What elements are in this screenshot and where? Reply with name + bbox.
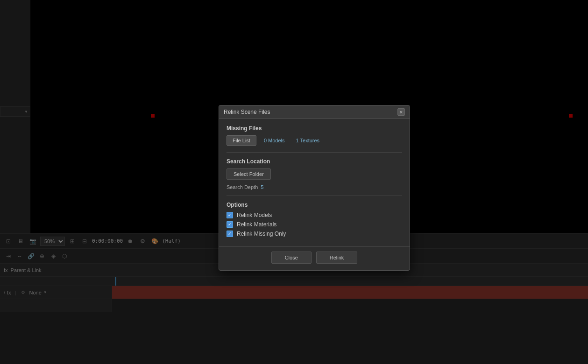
relink-models-label: Relink Models	[237, 212, 272, 218]
relink-models-row: ✓ Relink Models	[227, 212, 402, 218]
dialog-titlebar: Relink Scene Files ×	[219, 105, 410, 119]
close-button[interactable]: Close	[271, 252, 312, 264]
dialog-close-button[interactable]: ×	[397, 108, 405, 116]
select-folder-button[interactable]: Select Folder	[227, 168, 271, 180]
textures-count: 1 Textures	[292, 136, 324, 145]
file-tabs-row: File List 0 Models 1 Textures	[227, 135, 402, 146]
relink-dialog: Relink Scene Files × Missing Files File …	[219, 105, 410, 271]
missing-files-heading: Missing Files	[227, 125, 402, 132]
relink-materials-row: ✓ Relink Materials	[227, 221, 402, 228]
divider-2	[227, 196, 402, 196]
search-depth-label: Search Depth	[227, 184, 258, 190]
dialog-footer: Close Relink	[219, 246, 410, 270]
options-heading: Options	[227, 202, 402, 208]
relink-missing-only-row: ✓ Relink Missing Only	[227, 231, 402, 237]
relink-missing-only-label: Relink Missing Only	[237, 231, 286, 237]
models-count: 0 Models	[260, 136, 289, 145]
check-icon: ✓	[228, 213, 232, 217]
check-icon-2: ✓	[228, 223, 232, 227]
relink-missing-checkbox[interactable]: ✓	[227, 231, 233, 237]
dialog-title: Relink Scene Files	[224, 109, 270, 115]
relink-models-checkbox[interactable]: ✓	[227, 212, 233, 218]
relink-materials-label: Relink Materials	[237, 221, 276, 228]
divider-1	[227, 152, 402, 153]
check-icon-3: ✓	[228, 232, 232, 236]
search-location-heading: Search Location	[227, 158, 402, 165]
search-depth-value: 5	[261, 184, 263, 190]
relink-button[interactable]: Relink	[316, 252, 358, 264]
search-depth-row: Search Depth 5	[227, 184, 402, 190]
dialog-body: Missing Files File List 0 Models 1 Textu…	[219, 119, 410, 246]
relink-materials-checkbox[interactable]: ✓	[227, 221, 233, 228]
file-list-tab[interactable]: File List	[227, 135, 256, 146]
